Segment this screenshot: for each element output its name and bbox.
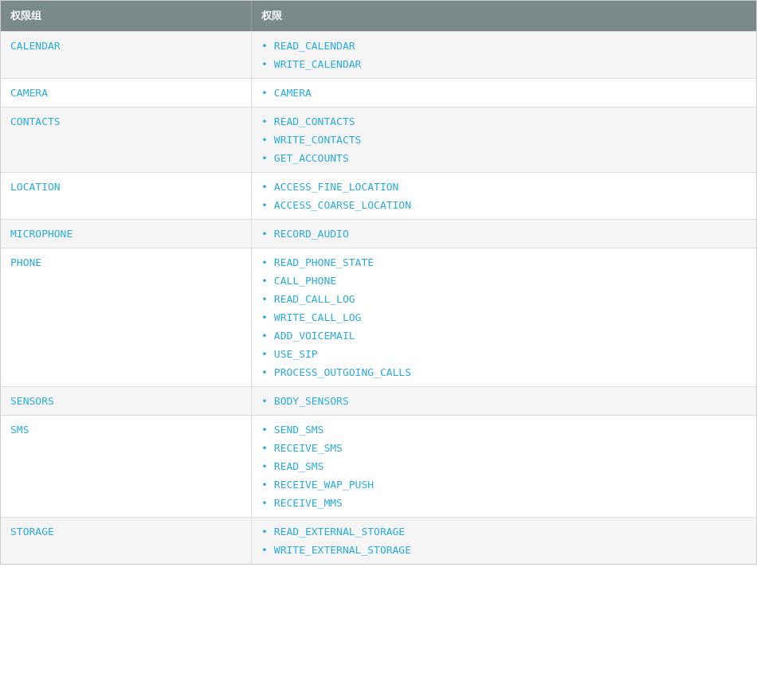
table-row: CALENDARREAD_CALENDARWRITE_CALENDAR xyxy=(1,31,756,78)
permissions-cell: CAMERA xyxy=(252,79,756,107)
permission-item: ADD_VOICEMAIL xyxy=(261,327,747,345)
permissions-cell: SEND_SMSRECEIVE_SMSREAD_SMSRECEIVE_WAP_P… xyxy=(252,416,756,517)
permission-item: WRITE_CONTACTS xyxy=(261,131,747,149)
permissions-cell: READ_CONTACTSWRITE_CONTACTSGET_ACCOUNTS xyxy=(252,108,756,172)
table-row: CONTACTSREAD_CONTACTSWRITE_CONTACTSGET_A… xyxy=(1,107,756,172)
group-cell: PHONE xyxy=(1,248,252,386)
group-cell: CONTACTS xyxy=(1,108,252,172)
permission-item: USE_SIP xyxy=(261,345,747,363)
permissions-table: 权限组 权限 CALENDARREAD_CALENDARWRITE_CALEND… xyxy=(0,0,757,565)
permission-item: READ_SMS xyxy=(261,457,747,475)
permission-item: RECEIVE_WAP_PUSH xyxy=(261,475,747,494)
group-cell: MICROPHONE xyxy=(1,220,252,248)
permission-item: ACCESS_FINE_LOCATION xyxy=(261,178,747,196)
permission-item: RECEIVE_SMS xyxy=(261,439,747,457)
permission-item: READ_CALENDAR xyxy=(261,37,747,55)
table-row: SMSSEND_SMSRECEIVE_SMSREAD_SMSRECEIVE_WA… xyxy=(1,415,756,517)
permissions-cell: RECORD_AUDIO xyxy=(252,220,756,248)
permission-item: ACCESS_COARSE_LOCATION xyxy=(261,196,747,214)
permissions-cell: READ_EXTERNAL_STORAGEWRITE_EXTERNAL_STOR… xyxy=(252,518,756,564)
header-permission-col: 权限 xyxy=(252,1,756,31)
permissions-cell: READ_PHONE_STATECALL_PHONEREAD_CALL_LOGW… xyxy=(252,248,756,386)
table-row: STORAGEREAD_EXTERNAL_STORAGEWRITE_EXTERN… xyxy=(1,517,756,564)
header-group-col: 权限组 xyxy=(1,1,252,31)
permission-item: WRITE_CALL_LOG xyxy=(261,308,747,327)
permission-item: READ_CALL_LOG xyxy=(261,290,747,308)
permission-item: GET_ACCOUNTS xyxy=(261,149,747,167)
permission-item: READ_CONTACTS xyxy=(261,112,747,131)
permission-item: BODY_SENSORS xyxy=(261,392,747,410)
permission-item: READ_EXTERNAL_STORAGE xyxy=(261,522,747,541)
permission-item: RECEIVE_MMS xyxy=(261,494,747,512)
group-cell: SENSORS xyxy=(1,387,252,415)
permissions-cell: READ_CALENDARWRITE_CALENDAR xyxy=(252,32,756,78)
table-row: MICROPHONERECORD_AUDIO xyxy=(1,219,756,248)
group-cell: CAMERA xyxy=(1,79,252,107)
table-body: CALENDARREAD_CALENDARWRITE_CALENDARCAMER… xyxy=(1,31,756,564)
group-cell: SMS xyxy=(1,416,252,517)
group-cell: LOCATION xyxy=(1,173,252,219)
table-header: 权限组 权限 xyxy=(1,1,756,31)
permission-item: READ_PHONE_STATE xyxy=(261,253,747,272)
group-cell: CALENDAR xyxy=(1,32,252,78)
permission-item: WRITE_EXTERNAL_STORAGE xyxy=(261,541,747,559)
permission-item: CAMERA xyxy=(261,84,747,102)
permission-item: PROCESS_OUTGOING_CALLS xyxy=(261,363,747,381)
permission-item: SEND_SMS xyxy=(261,420,747,439)
table-row: PHONEREAD_PHONE_STATECALL_PHONEREAD_CALL… xyxy=(1,248,756,386)
permissions-cell: ACCESS_FINE_LOCATIONACCESS_COARSE_LOCATI… xyxy=(252,173,756,219)
permission-item: RECORD_AUDIO xyxy=(261,225,747,243)
group-cell: STORAGE xyxy=(1,518,252,564)
table-row: SENSORSBODY_SENSORS xyxy=(1,386,756,415)
permissions-cell: BODY_SENSORS xyxy=(252,387,756,415)
table-row: CAMERACAMERA xyxy=(1,78,756,107)
table-row: LOCATIONACCESS_FINE_LOCATIONACCESS_COARS… xyxy=(1,172,756,219)
permission-item: WRITE_CALENDAR xyxy=(261,55,747,73)
permission-item: CALL_PHONE xyxy=(261,272,747,290)
